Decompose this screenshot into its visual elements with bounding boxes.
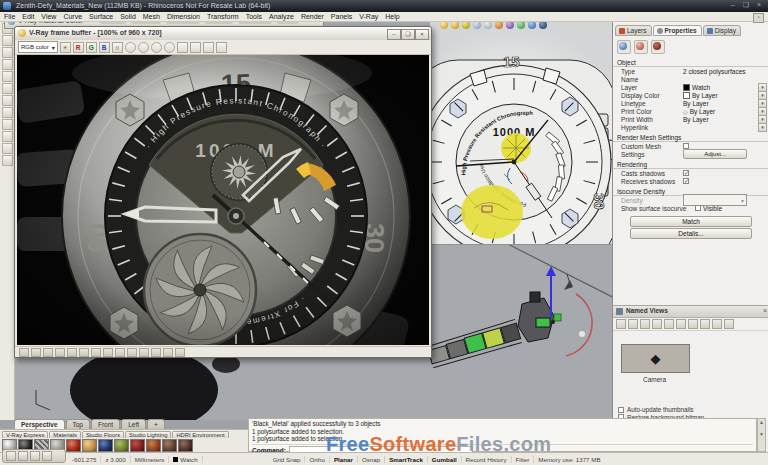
named-view-label[interactable]: Camera: [621, 376, 688, 383]
widget-view-icon[interactable]: [676, 319, 686, 329]
tab-perspective[interactable]: Perspective: [14, 419, 65, 429]
top-viewport[interactable]: 15 30 High Pressure Resistant Chronograp…: [430, 22, 612, 245]
vray-frame-buffer-window[interactable]: V-Ray frame buffer - [100% of 960 x 720]…: [14, 26, 432, 358]
material-swatch[interactable]: [114, 439, 129, 452]
menu-vray[interactable]: V-Ray: [359, 13, 378, 20]
prop-row-linetype[interactable]: Linetype By Layer ▾: [613, 99, 768, 107]
alpha-channel-button[interactable]: ○: [112, 42, 123, 53]
material-swatch[interactable]: [98, 439, 113, 452]
footer-icon[interactable]: [103, 348, 113, 357]
camera-view-icon[interactable]: [664, 319, 674, 329]
prop-row-print-width[interactable]: Print Width By Layer ▾: [613, 115, 768, 123]
material-swatch[interactable]: [66, 439, 81, 452]
window-controls[interactable]: – ❏ ×: [731, 1, 764, 9]
footer-icon[interactable]: [163, 348, 173, 357]
command-scrollbar[interactable]: ▲▼: [757, 418, 766, 452]
pane-planar[interactable]: Planar: [330, 456, 358, 463]
window-title-bar[interactable]: Zenith-Defy_Materials_New (112MB KB) - R…: [0, 0, 768, 12]
footer-icon[interactable]: [139, 348, 149, 357]
floating-mini-toolbar[interactable]: [2, 449, 66, 463]
menu-render[interactable]: Render: [301, 13, 324, 20]
footer-icon[interactable]: [115, 348, 125, 357]
material-swatch[interactable]: [178, 439, 193, 452]
footer-icon[interactable]: [55, 348, 65, 357]
sidebar-tool-icon[interactable]: [2, 59, 13, 70]
dropdown-arrow-icon[interactable]: ▾: [758, 123, 767, 132]
vray-sun-icon[interactable]: [495, 21, 503, 29]
prop-row-print-color[interactable]: Print Color ◇ By Layer ▾: [613, 107, 768, 115]
close-button[interactable]: ×: [415, 29, 429, 40]
pane-ortho[interactable]: Ortho: [305, 456, 329, 463]
tab-vray-express[interactable]: V-Ray Express: [2, 431, 48, 438]
tab-new-viewport[interactable]: +: [147, 419, 165, 429]
green-channel-button[interactable]: G: [86, 42, 97, 53]
footer-icon[interactable]: [91, 348, 101, 357]
restore-button[interactable]: ❏: [401, 29, 415, 40]
thumbnail-mode-icon[interactable]: [712, 319, 722, 329]
tab-front[interactable]: Front: [91, 419, 120, 429]
prop-row-hyperlink[interactable]: Hyperlink ▾: [613, 123, 768, 131]
receives-shadows-checkbox[interactable]: ✓: [683, 178, 689, 184]
track-mouse-button[interactable]: [138, 42, 149, 53]
vray-sphere-icon[interactable]: [484, 21, 492, 29]
menu-panels[interactable]: Panels: [331, 13, 352, 20]
sidebar-tool-icon[interactable]: [2, 71, 13, 82]
footer-icon[interactable]: [79, 348, 89, 357]
menu-file[interactable]: File: [4, 13, 15, 20]
menu-edit[interactable]: Edit: [22, 13, 34, 20]
object-properties-button[interactable]: [617, 40, 631, 54]
current-layer[interactable]: Watch: [169, 456, 202, 463]
sidebar-tool-icon[interactable]: [2, 95, 13, 106]
details-button[interactable]: Details...: [630, 228, 752, 239]
footer-icon[interactable]: [67, 348, 77, 357]
vray-dome-icon[interactable]: [517, 21, 525, 29]
clear-image-button[interactable]: [190, 42, 201, 53]
clamp-colors-icon[interactable]: ☀: [60, 42, 71, 53]
help-icon[interactable]: [724, 319, 734, 329]
vray-render-icon[interactable]: [440, 21, 448, 29]
import-view-icon[interactable]: [688, 319, 698, 329]
menu-solid[interactable]: Solid: [120, 13, 136, 20]
vray-material-icon[interactable]: [451, 21, 459, 29]
save-view-icon[interactable]: [616, 319, 626, 329]
prop-row-layer[interactable]: Layer Watch ▾: [613, 83, 768, 91]
footer-icon[interactable]: [127, 348, 137, 357]
material-swatch[interactable]: [130, 439, 145, 452]
selected-bracelet-object[interactable]: [427, 292, 554, 368]
casts-shadows-checkbox[interactable]: ✓: [683, 170, 689, 176]
restore-view-icon[interactable]: [628, 319, 638, 329]
close-icon[interactable]: ×: [763, 307, 767, 314]
footer-icon[interactable]: [175, 348, 185, 357]
sidebar-tool-icon[interactable]: [2, 35, 13, 46]
monochrome-button[interactable]: [125, 42, 136, 53]
footer-icon[interactable]: [43, 348, 53, 357]
menu-surface[interactable]: Surface: [89, 13, 113, 20]
pane-grid-snap[interactable]: Grid Snap: [269, 456, 306, 463]
show-isocurve-checkbox[interactable]: [695, 205, 701, 211]
pane-osnap[interactable]: Osnap: [358, 456, 385, 463]
pane-smarttrack[interactable]: SmartTrack: [385, 456, 428, 463]
footer-icon[interactable]: [31, 348, 41, 357]
menu-analyze[interactable]: Analyze: [269, 13, 294, 20]
tab-top[interactable]: Top: [66, 419, 90, 429]
minimize-button[interactable]: –: [387, 29, 401, 40]
named-view-thumbnail[interactable]: ◆: [621, 344, 690, 373]
color-correction-button[interactable]: [203, 42, 214, 53]
menu-mesh[interactable]: Mesh: [143, 13, 160, 20]
menu-dimension[interactable]: Dimension: [167, 13, 200, 20]
material-swatch[interactable]: [82, 439, 97, 452]
menu-tools[interactable]: Tools: [246, 13, 262, 20]
sidebar-tool-icon[interactable]: [2, 83, 13, 94]
tab-studio-lighting[interactable]: Studio Lighting: [125, 431, 171, 438]
tab-studio-floors[interactable]: Studio Floors: [82, 431, 124, 438]
pane-gumball[interactable]: Gumball: [428, 456, 462, 463]
rename-view-icon[interactable]: [652, 319, 662, 329]
save-image-button[interactable]: [177, 42, 188, 53]
delete-view-icon[interactable]: [640, 319, 650, 329]
tab-display[interactable]: Display: [703, 25, 741, 36]
tab-materials[interactable]: Materials: [49, 431, 81, 438]
tab-left[interactable]: Left: [121, 419, 146, 429]
pane-filter[interactable]: Filter: [512, 456, 535, 463]
vray-sphere-icon[interactable]: [473, 21, 481, 29]
region-render-button[interactable]: [151, 42, 162, 53]
